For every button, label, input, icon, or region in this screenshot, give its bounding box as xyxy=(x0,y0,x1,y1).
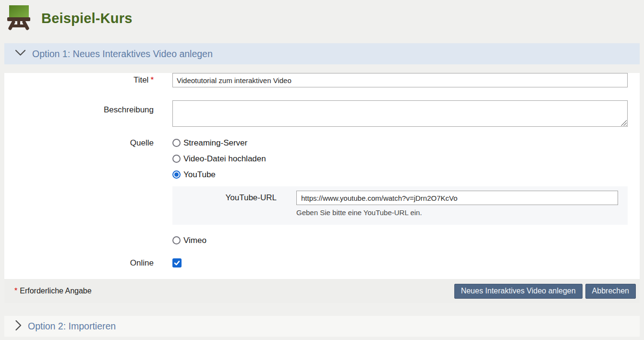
titel-input[interactable] xyxy=(172,73,628,87)
page-title: Beispiel-Kurs xyxy=(41,11,133,26)
quelle-row: Quelle Streaming-Server Video-Datei hoch… xyxy=(4,139,640,244)
page-header: Beispiel-Kurs xyxy=(0,0,644,36)
radio-button-unchecked[interactable] xyxy=(172,155,181,163)
beschreibung-textarea[interactable] xyxy=(172,100,628,127)
youtube-url-label: YouTube-URL xyxy=(172,191,277,205)
radio-button-unchecked[interactable] xyxy=(172,236,181,244)
youtube-url-input[interactable] xyxy=(296,191,618,205)
option2-section-title: Option 2: Importieren xyxy=(28,321,116,332)
chevron-down-icon xyxy=(15,49,26,58)
radio-option-vimeo[interactable]: Vimeo xyxy=(172,236,628,244)
online-row: Online xyxy=(4,258,640,267)
chevron-right-icon xyxy=(15,320,22,333)
cancel-button[interactable]: Abbrechen xyxy=(585,284,636,299)
option1-section-title: Option 1: Neues Interaktives Video anleg… xyxy=(32,49,213,60)
required-note: *Erforderliche Angabe xyxy=(14,287,92,295)
radio-button-unchecked[interactable] xyxy=(172,139,181,147)
radio-option-streaming-server[interactable]: Streaming-Server xyxy=(172,139,628,147)
option1-panel: Option 1: Neues Interaktives Video anleg… xyxy=(4,43,640,303)
option1-section-header[interactable]: Option 1: Neues Interaktives Video anleg… xyxy=(4,43,640,64)
youtube-url-subpanel: YouTube-URL Geben Sie bitte eine YouTube… xyxy=(172,186,628,225)
titel-label: Titel* xyxy=(4,73,172,87)
radio-option-youtube[interactable]: YouTube xyxy=(172,170,628,179)
quelle-label: Quelle xyxy=(4,139,172,147)
youtube-url-hint: Geben Sie bitte eine YouTube-URL ein. xyxy=(296,208,628,217)
radio-option-video-datei-hochladen[interactable]: Video-Datei hochladen xyxy=(172,155,628,163)
titel-row: Titel* xyxy=(4,73,640,87)
course-easel-icon xyxy=(7,4,31,32)
beschreibung-label: Beschreibung xyxy=(4,100,172,114)
radio-button-checked[interactable] xyxy=(172,170,181,179)
create-video-form: Titel* Beschreibung Quelle Streami xyxy=(4,73,640,279)
submit-button[interactable]: Neues Interaktives Video anlegen xyxy=(454,284,583,299)
required-asterisk: * xyxy=(150,75,154,85)
option2-section-header[interactable]: Option 2: Importieren xyxy=(4,316,640,337)
option2-panel: Option 2: Importieren xyxy=(4,316,640,337)
required-asterisk: * xyxy=(14,287,17,295)
online-label: Online xyxy=(4,258,172,267)
form-footer: *Erforderliche Angabe Neues Interaktives… xyxy=(4,279,640,303)
beschreibung-row: Beschreibung xyxy=(4,100,640,127)
online-checkbox-checked[interactable] xyxy=(172,258,182,267)
